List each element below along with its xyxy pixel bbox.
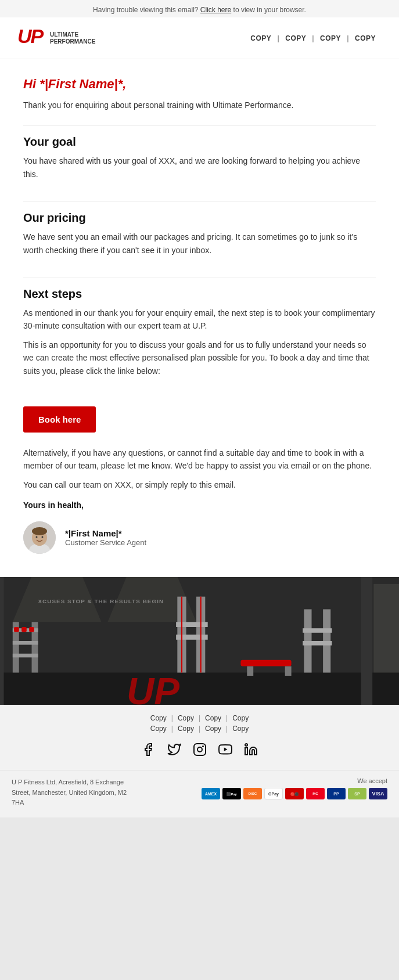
nextsteps-p1: As mentioned in our thank you for your e… (23, 307, 376, 333)
top-bar: Having trouble viewing this email? Click… (0, 0, 399, 17)
greeting-text: Hi *|First Name|*, (23, 77, 376, 92)
svg-rect-34 (303, 641, 332, 646)
alt-text-1: Alternatively, if you have any questions… (23, 446, 376, 473)
svg-point-6 (36, 536, 38, 538)
shopify-badge: SP (348, 788, 366, 799)
svg-rect-37 (285, 666, 292, 676)
amex-badge: AMEX (202, 788, 220, 799)
svg-rect-47 (245, 748, 247, 755)
footer-sep-1: | (171, 714, 173, 722)
email-header: UP ULTIMATE PERFORMANCE COPY | COPY | CO… (0, 17, 399, 59)
svg-text:UP: UP (127, 670, 179, 705)
divider-2 (23, 201, 376, 202)
nextsteps-p2: This is an opportunity for you to discus… (23, 338, 376, 377)
sign-off-text: Yours in health, (23, 500, 376, 510)
linkedin-icon[interactable] (242, 741, 260, 758)
browser-link[interactable]: Click here (200, 6, 231, 14)
payment-icons: AMEX ⬛Pay DISC GPay 🔴⚫ MC PP SP VISA (202, 788, 387, 799)
facebook-icon[interactable] (140, 741, 157, 758)
intro-paragraph: Thank you for enquiring about personal t… (23, 99, 376, 111)
svg-rect-41 (373, 584, 399, 673)
footer-link-1-2[interactable]: Copy (175, 714, 196, 722)
nav-item-1[interactable]: COPY (245, 34, 277, 42)
maestro-badge: 🔴⚫ (285, 788, 304, 799)
address-text: U P Fitness Ltd, Acresfield, 8 Exchange … (12, 777, 139, 808)
discover-badge: DISC (243, 788, 262, 799)
footer-link-1-1[interactable]: Copy (148, 714, 169, 722)
footer-link-1-3[interactable]: Copy (203, 714, 224, 722)
footer-bottom: U P Fitness Ltd, Acresfield, 8 Exchange … (0, 770, 399, 817)
alt-text-2: You can call our team on XXX, or simply … (23, 478, 376, 491)
nav-item-3[interactable]: COPY (314, 34, 347, 42)
footer-sep-2: | (199, 714, 200, 722)
agent-name: *|First Name|* (65, 528, 146, 538)
payment-label: We accept (202, 777, 387, 784)
twitter-icon[interactable] (166, 741, 183, 758)
footer-row-2: Copy | Copy | Copy | Copy (12, 725, 387, 733)
paypal-badge: PP (327, 788, 346, 799)
footer-sep-5: | (199, 725, 200, 733)
gym-image: UP (0, 577, 399, 705)
main-content: Hi *|First Name|*, Thank you for enquiri… (0, 59, 399, 577)
svg-rect-35 (240, 660, 291, 666)
svg-rect-27 (176, 622, 208, 627)
youtube-icon[interactable] (217, 741, 234, 758)
avatar (23, 521, 56, 554)
svg-text:XCUSES STOP & THE RESULTS BEGI: XCUSES STOP & THE RESULTS BEGIN (38, 598, 164, 604)
header-nav: COPY | COPY | COPY | COPY (245, 34, 382, 42)
svg-point-44 (197, 747, 202, 752)
svg-point-5 (32, 527, 47, 535)
logo-up-text: UP (17, 26, 46, 51)
footer-sep-4: | (171, 725, 173, 733)
svg-rect-20 (13, 641, 38, 645)
book-here-button[interactable]: Book here (23, 406, 96, 433)
svg-rect-9 (0, 673, 399, 705)
footer-links: Copy | Copy | Copy | Copy Copy | Copy | … (0, 705, 399, 770)
svg-point-7 (42, 536, 44, 538)
svg-rect-39 (0, 577, 4, 705)
instagram-icon[interactable] (191, 741, 209, 758)
footer-sep-3: | (226, 714, 228, 722)
pricing-section: Our pricing We have sent you an email wi… (23, 211, 376, 268)
footer-sep-6: | (226, 725, 228, 733)
svg-rect-38 (361, 577, 373, 705)
svg-rect-33 (303, 628, 332, 633)
logo-brand-text: ULTIMATE PERFORMANCE (50, 31, 95, 45)
svg-text:UP: UP (17, 26, 44, 46)
pricing-title: Our pricing (23, 211, 376, 225)
svg-rect-21 (13, 654, 38, 658)
nav-item-2[interactable]: COPY (279, 34, 312, 42)
nextsteps-section: Next steps As mentioned in our thank you… (23, 287, 376, 389)
visa-badge: VISA (369, 788, 387, 799)
footer-link-2-4[interactable]: Copy (230, 725, 251, 733)
nav-item-4[interactable]: COPY (349, 34, 382, 42)
applepay-badge: ⬛Pay (222, 788, 241, 799)
agent-title: Customer Service Agent (65, 538, 146, 547)
svg-rect-36 (247, 666, 253, 676)
goal-section: Your goal You have shared with us your g… (23, 135, 376, 192)
divider-3 (23, 278, 376, 278)
gpay-badge: GPay (264, 788, 283, 799)
goal-text: You have shared with us your goal of XXX… (23, 154, 376, 181)
svg-marker-46 (224, 748, 227, 752)
gym-background: UP (0, 577, 399, 705)
logo: UP ULTIMATE PERFORMANCE (17, 26, 95, 51)
footer-row-1: Copy | Copy | Copy | Copy (12, 714, 387, 722)
nextsteps-title: Next steps (23, 287, 376, 301)
social-row (12, 741, 387, 758)
agent-block: *|First Name|* Customer Service Agent (23, 521, 376, 554)
divider-1 (23, 125, 376, 126)
footer-link-2-1[interactable]: Copy (148, 725, 169, 733)
footer-link-2-2[interactable]: Copy (175, 725, 196, 733)
footer-link-1-4[interactable]: Copy (230, 714, 251, 722)
mastercard-badge: MC (306, 788, 325, 799)
svg-rect-23 (21, 627, 27, 632)
email-wrapper: Having trouble viewing this email? Click… (0, 0, 399, 817)
agent-info: *|First Name|* Customer Service Agent (65, 528, 146, 547)
footer-link-2-3[interactable]: Copy (203, 725, 224, 733)
topbar-message: Having trouble viewing this email? (93, 6, 198, 14)
pricing-text: We have sent you an email with our packa… (23, 230, 376, 257)
svg-point-48 (245, 744, 247, 746)
payment-section: We accept AMEX ⬛Pay DISC GPay 🔴⚫ MC PP S… (202, 777, 387, 799)
topbar-suffix: to view in your browser. (233, 6, 306, 14)
